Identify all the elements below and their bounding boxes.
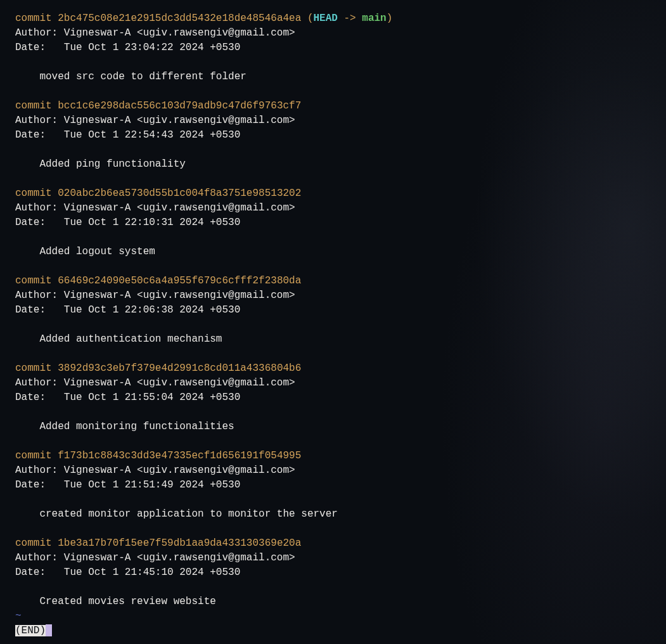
commit-message: Added ping functionality [15, 157, 651, 172]
commit-header: commit bcc1c6e298dac556c103d79adb9c47d6f… [15, 99, 651, 113]
commit-date: Date: Tue Oct 1 23:04:22 2024 +0530 [15, 41, 651, 55]
arrow: -> [338, 13, 362, 24]
git-log-output[interactable]: commit 2bc475c08e21e2915dc3dd5432e18de48… [15, 11, 651, 638]
blank [15, 522, 651, 536]
commit-header: commit 3892d93c3eb7f379e4d2991c8cd011a43… [15, 361, 651, 376]
paren-close: ) [387, 13, 393, 24]
commit-date: Date: Tue Oct 1 21:55:04 2024 +0530 [15, 390, 651, 405]
commit-hash: 1be3a17b70f15ee7f59db1aa9da433130369e20a [58, 538, 301, 549]
commit-message: Created movies review website [15, 595, 651, 609]
commit-keyword: commit [15, 538, 58, 549]
commit-keyword: commit [15, 275, 58, 287]
commit-hash: f173b1c8843c3dd3e47335ecf1d656191f054995 [58, 450, 301, 461]
commit-author: Author: Vigneswar-A <ugiv.rawsengiv@gmai… [15, 463, 651, 478]
commit-author: Author: Vigneswar-A <ugiv.rawsengiv@gmai… [15, 26, 651, 41]
commit-header: commit 2bc475c08e21e2915dc3dd5432e18de48… [15, 11, 651, 26]
commit-keyword: commit [15, 450, 58, 461]
commit-author: Author: Vigneswar-A <ugiv.rawsengiv@gmai… [15, 551, 651, 565]
commit-hash: bcc1c6e298dac556c103d79adb9c47d6f9763cf7 [58, 100, 301, 112]
commit-hash: 66469c24090e50c6a4a955f679c6cfff2f2380da [58, 275, 301, 287]
tilde-marker: ~ [15, 609, 651, 624]
blank [15, 84, 651, 99]
blank [15, 230, 651, 245]
commit-keyword: commit [15, 100, 58, 112]
commit-keyword: commit [15, 363, 58, 374]
blank [15, 434, 651, 449]
commit-author: Author: Vigneswar-A <ugiv.rawsengiv@gmai… [15, 113, 651, 128]
commit-author: Author: Vigneswar-A <ugiv.rawsengiv@gmai… [15, 201, 651, 216]
blank [15, 55, 651, 70]
commit-author: Author: Vigneswar-A <ugiv.rawsengiv@gmai… [15, 288, 651, 303]
blank [15, 143, 651, 157]
paren-open: ( [301, 13, 313, 24]
commit-date: Date: Tue Oct 1 22:10:31 2024 +0530 [15, 216, 651, 230]
blank [15, 493, 651, 507]
commit-message: created monitor application to monitor t… [15, 507, 651, 522]
commit-date: Date: Tue Oct 1 21:51:49 2024 +0530 [15, 478, 651, 493]
blank [15, 318, 651, 332]
commit-message: Added monitoring functionalities [15, 420, 651, 434]
blank [15, 259, 651, 274]
blank [15, 405, 651, 420]
blank [15, 347, 651, 361]
commit-header: commit 66469c24090e50c6a4a955f679c6cfff2… [15, 274, 651, 288]
commit-date: Date: Tue Oct 1 22:54:43 2024 +0530 [15, 128, 651, 143]
branch-name: main [362, 13, 386, 24]
commit-keyword: commit [15, 188, 58, 199]
commit-header: commit 1be3a17b70f15ee7f59db1aa9da433130… [15, 536, 651, 551]
commit-header: commit f173b1c8843c3dd3e47335ecf1d656191… [15, 449, 651, 463]
blank [15, 172, 651, 186]
commit-message: Added authentication mechanism [15, 332, 651, 347]
commit-message: moved src code to different folder [15, 70, 651, 84]
commit-hash: 2bc475c08e21e2915dc3dd5432e18de48546a4ea [58, 13, 301, 24]
commit-date: Date: Tue Oct 1 21:45:10 2024 +0530 [15, 565, 651, 580]
commit-header: commit 020abc2b6ea5730d55b1c004f8a3751e9… [15, 186, 651, 201]
pager-status-line: (END) [15, 624, 651, 638]
commit-author: Author: Vigneswar-A <ugiv.rawsengiv@gmai… [15, 376, 651, 390]
cursor [46, 624, 52, 636]
end-marker: (END) [15, 625, 46, 636]
blank [15, 580, 651, 595]
head-ref: HEAD [313, 13, 337, 24]
commit-hash: 020abc2b6ea5730d55b1c004f8a3751e98513202 [58, 188, 301, 199]
commit-keyword: commit [15, 13, 58, 24]
commit-message: Added logout system [15, 245, 651, 259]
commit-date: Date: Tue Oct 1 22:06:38 2024 +0530 [15, 303, 651, 318]
commit-hash: 3892d93c3eb7f379e4d2991c8cd011a4336804b6 [58, 363, 301, 374]
